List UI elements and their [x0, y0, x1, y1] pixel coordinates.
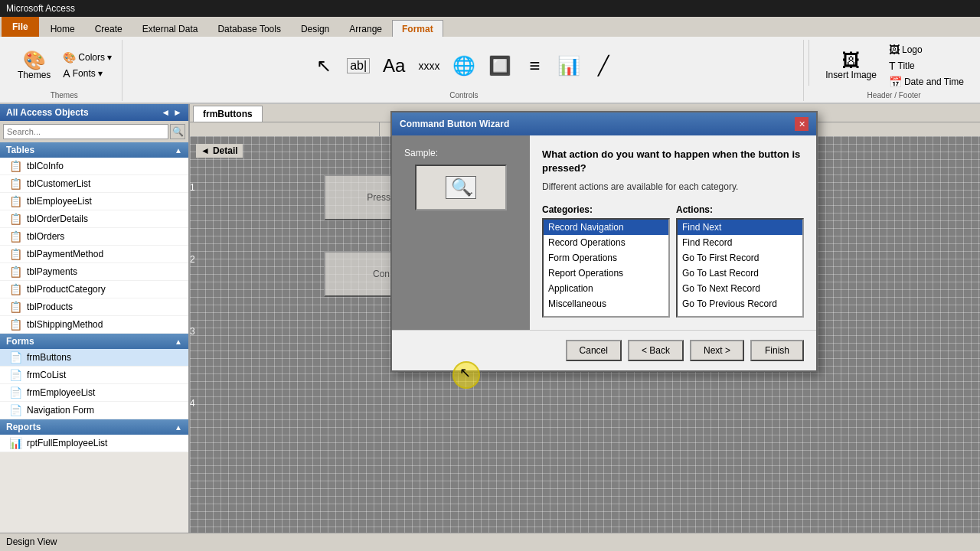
title-bar: Microsoft Access	[0, 0, 980, 17]
controls-group-label: Controls	[449, 91, 478, 99]
sidebar-chevron-left[interactable]: ◄	[161, 107, 170, 118]
button-control[interactable]: xxxx	[413, 57, 445, 74]
action-item-find-record[interactable]: Find Record	[678, 235, 802, 250]
header-footer-group-label: Header / Footer	[867, 91, 921, 99]
action-item-go-to-first[interactable]: Go To First Record	[678, 250, 802, 266]
tab-database-tools[interactable]: Database Tools	[207, 20, 291, 37]
insert-image-label: Insert Image	[825, 70, 877, 80]
search-input[interactable]	[3, 124, 168, 139]
sidebar-section-tables[interactable]: Tables ▲	[0, 142, 188, 158]
sidebar-chevron-right[interactable]: ►	[173, 107, 182, 118]
chart-icon: 📊	[557, 57, 580, 75]
sidebar-item-tblorderdetails[interactable]: 📋 tblOrderDetails	[0, 210, 188, 228]
categories-listbox[interactable]: Record Navigation Record Operations Form…	[542, 218, 670, 318]
sidebar-item-tblproductcategory[interactable]: 📋 tblProductCategory	[0, 281, 188, 298]
header-footer-items: 🖼 Insert Image 🖼 Logo T Title 📅 Date and…	[820, 41, 968, 90]
dialog-close-button[interactable]: ✕	[795, 117, 808, 131]
colors-button[interactable]: 🎨 Colors ▾	[59, 50, 116, 65]
text-box-button[interactable]: ab|	[341, 55, 375, 77]
controls-items: ↖ ab| Aa xxxx 🌐 🔲 ≡ 📊	[309, 41, 619, 90]
fonts-button[interactable]: A Fonts ▾	[59, 66, 116, 81]
sidebar-section-forms[interactable]: Forms ▲	[0, 334, 188, 349]
sidebar-section-reports[interactable]: Reports ▲	[0, 419, 188, 435]
label-button[interactable]: Aa	[377, 54, 410, 78]
combo-box-button[interactable]: 🔲	[483, 54, 517, 78]
logo-button[interactable]: 🖼 Logo	[885, 42, 968, 57]
tab-design[interactable]: Design	[291, 20, 339, 37]
search-icon[interactable]: 🔍	[170, 124, 185, 139]
sidebar-item-tblcustomerlist[interactable]: 📋 tblCustomerList	[0, 175, 188, 193]
category-item-form-operations[interactable]: Form Operations	[544, 250, 668, 266]
category-item-application[interactable]: Application	[544, 281, 668, 296]
sidebar-item-tblproducts[interactable]: 📋 tblProducts	[0, 298, 188, 316]
form-tab-label: frmButtons	[203, 109, 253, 119]
dialog-lists: Categories: Record Navigation Record Ope…	[542, 204, 804, 318]
sidebar-title: All Access Objects	[6, 107, 89, 118]
hyperlink-button[interactable]: 🌐	[447, 54, 481, 78]
sidebar-item-tblshippingmethod[interactable]: 📋 tblShippingMethod	[0, 316, 188, 334]
sidebar-item-frmbuttons[interactable]: 📄 frmButtons	[0, 349, 188, 367]
tab-home[interactable]: Home	[41, 20, 85, 37]
action-item-find-next[interactable]: Find Next	[678, 220, 802, 235]
select-button[interactable]: ↖	[309, 54, 339, 78]
sidebar-item-frmemployeelist[interactable]: 📄 frmEmployeeList	[0, 384, 188, 402]
sidebar-item-rptfullemployeelist[interactable]: 📊 rptFullEmployeeList	[0, 435, 188, 452]
sidebar-item-tblorders[interactable]: 📋 tblOrders	[0, 228, 188, 246]
form-tab-frmbuttons[interactable]: frmButtons	[193, 106, 263, 122]
categories-label: Categories:	[542, 204, 670, 215]
ruler-left-spacer	[190, 122, 380, 136]
dialog-title: Command Button Wizard	[400, 119, 509, 129]
action-item-go-to-next[interactable]: Go To Next Record	[678, 281, 802, 296]
sidebar-item-tblpaymentmethod[interactable]: 📋 tblPaymentMethod	[0, 246, 188, 263]
report-icon: 📊	[9, 437, 22, 449]
forms-chevron: ▲	[175, 337, 182, 346]
tab-create[interactable]: Create	[85, 20, 132, 37]
sidebar-item-navigationform[interactable]: 📄 Navigation Form	[0, 402, 188, 419]
dialog-footer: Cancel < Back Next > Finish	[392, 330, 816, 370]
date-time-button[interactable]: 📅 Date and Time	[885, 74, 968, 90]
ribbon-group-header-footer: 🖼 Insert Image 🖼 Logo T Title 📅 Date and…	[814, 40, 974, 101]
categories-section: Categories: Record Navigation Record Ope…	[542, 204, 670, 318]
next-button[interactable]: Next >	[690, 340, 744, 361]
cancel-button[interactable]: Cancel	[566, 340, 622, 361]
form-icon: 📄	[9, 404, 22, 416]
tab-format[interactable]: Format	[392, 20, 443, 37]
category-item-report-operations[interactable]: Report Operations	[544, 266, 668, 281]
themes-label: Themes	[18, 70, 51, 80]
forms-items: 📄 frmButtons 📄 frmCoList 📄 frmEmployeeLi…	[0, 349, 188, 419]
fonts-icon: A	[63, 68, 70, 79]
insert-image-icon: 🖼	[842, 51, 861, 70]
chart-button[interactable]: 📊	[552, 54, 586, 78]
sidebar-item-tblpayments[interactable]: 📋 tblPayments	[0, 263, 188, 281]
reports-section-label: Reports	[6, 422, 41, 432]
sidebar-item-tblemployeelist[interactable]: 📋 tblEmployeeList	[0, 193, 188, 210]
finish-button[interactable]: Finish	[750, 340, 804, 361]
sidebar: All Access Objects ◄ ► 🔍 Tables ▲ 📋 tblC…	[0, 104, 190, 533]
tab-arrange[interactable]: Arrange	[339, 20, 392, 37]
item-label: tblPaymentMethod	[27, 249, 103, 259]
category-item-record-operations[interactable]: Record Operations	[544, 235, 668, 250]
actions-listbox[interactable]: Find Next Find Record Go To First Record…	[676, 218, 804, 318]
category-item-miscellaneous[interactable]: Miscellaneous	[544, 296, 668, 311]
category-item-record-navigation[interactable]: Record Navigation	[544, 220, 668, 235]
tab-external-data[interactable]: External Data	[132, 20, 208, 37]
item-label: frmCoList	[27, 370, 66, 380]
action-item-go-to-last[interactable]: Go To Last Record	[678, 266, 802, 281]
tab-file[interactable]: File	[2, 17, 39, 37]
tables-chevron: ▲	[175, 146, 182, 155]
insert-image-button[interactable]: 🖼 Insert Image	[820, 48, 882, 83]
action-item-go-to-previous[interactable]: Go To Previous Record	[678, 296, 802, 311]
command-button-wizard-dialog[interactable]: Command Button Wizard ✕ Sample: 🔍 → What…	[390, 111, 818, 372]
line-button[interactable]: ╱	[588, 54, 619, 78]
themes-button[interactable]: 🎨 Themes	[12, 48, 56, 83]
sidebar-item-tblcoinfo[interactable]: 📋 tblCoInfo	[0, 158, 188, 175]
header-footer-small-group: 🖼 Logo T Title 📅 Date and Time	[885, 42, 968, 90]
button-icon: xxxx	[418, 60, 439, 71]
title-button[interactable]: T Title	[885, 58, 968, 73]
detail-arrow: ◄	[201, 145, 210, 156]
list-box-button[interactable]: ≡	[519, 54, 550, 78]
combo-box-icon: 🔲	[488, 57, 511, 75]
sidebar-item-frmcolist[interactable]: 📄 frmCoList	[0, 367, 188, 384]
back-button[interactable]: < Back	[628, 340, 684, 361]
ribbon-separator-1	[808, 40, 809, 86]
